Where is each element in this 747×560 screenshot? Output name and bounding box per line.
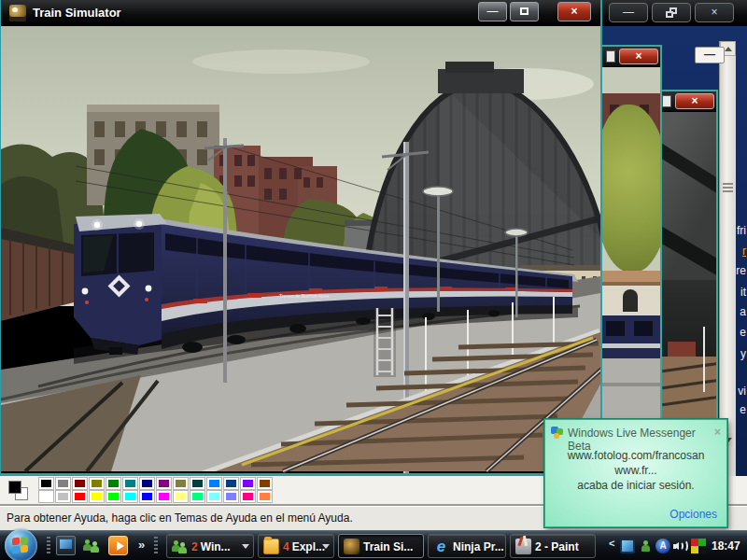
chevron-down-icon[interactable] [242, 544, 249, 549]
palette-color[interactable] [56, 491, 70, 502]
media-player-icon[interactable] [108, 536, 128, 555]
palette-color[interactable] [90, 491, 104, 502]
palette-color[interactable] [157, 491, 171, 502]
palette-color[interactable] [174, 478, 188, 489]
close-icon: × [691, 94, 698, 107]
messenger-quicklaunch-icon[interactable] [82, 536, 102, 555]
network-tray-icon[interactable] [620, 539, 635, 553]
palette-color[interactable] [241, 478, 255, 489]
train-simulator-icon [9, 5, 26, 21]
button-label: Train Si... [363, 540, 413, 553]
cascade-window-b[interactable]: × [660, 90, 718, 420]
palette-color[interactable] [207, 491, 221, 502]
windows-logo-icon [12, 537, 29, 553]
desktop: — × frirreitaeyvie — × [0, 0, 747, 560]
close-icon[interactable]: × [714, 426, 721, 439]
quick-launch-grip[interactable] [47, 537, 50, 555]
minimize-icon: — [623, 6, 634, 19]
palette-color[interactable] [241, 491, 255, 502]
paint-color-selector[interactable] [7, 479, 31, 503]
taskbar-button-paint[interactable]: 2 - Paint [510, 534, 596, 558]
cascade-window-a[interactable]: × [600, 45, 662, 427]
close-button[interactable]: × [619, 49, 658, 64]
palette-color[interactable] [157, 478, 171, 489]
palette-color[interactable] [106, 478, 120, 489]
palette-color[interactable] [224, 478, 238, 489]
foreground-color-swatch[interactable] [8, 481, 21, 494]
button-label: Expl... [292, 540, 325, 553]
page-text-fragment: a [740, 305, 746, 318]
minimize-icon: — [487, 5, 499, 18]
taskbar-button-explorer-group[interactable]: 4Expl... [258, 534, 334, 558]
palette-color[interactable] [106, 491, 120, 502]
taskbar-button-browser[interactable]: e Ninja Pr... [428, 534, 506, 558]
palette-color[interactable] [73, 478, 87, 489]
palette-color[interactable] [123, 478, 137, 489]
scrollbar-thumb[interactable] [723, 183, 733, 192]
palette-color[interactable] [123, 491, 137, 502]
palette-color[interactable] [258, 478, 272, 489]
train-simulator-window: Train Simulator — × [0, 0, 602, 476]
palette-color[interactable] [73, 491, 87, 502]
show-desktop-icon[interactable] [56, 536, 76, 555]
folder-icon [263, 539, 279, 554]
options-link[interactable]: Opciones [669, 508, 717, 521]
behind-close-button[interactable]: × [695, 3, 734, 22]
behind-restore-button[interactable] [652, 3, 691, 22]
cascade-b-titlebar[interactable]: × [662, 91, 716, 112]
maximize-button[interactable] [510, 2, 539, 21]
behind-minimize-button[interactable]: — [609, 3, 648, 22]
quick-launch-overflow-chevron[interactable]: » [138, 538, 145, 552]
cascade-a-scene [602, 67, 660, 427]
taskbar: » 2Win... 4Expl... Train Si... e Ninja P… [0, 530, 747, 560]
app-grid-tray-icon[interactable] [691, 539, 706, 553]
taskbar-button-train-simulator[interactable]: Train Si... [338, 534, 424, 558]
palette-color[interactable] [56, 478, 70, 489]
page-text-fragment: vi [738, 385, 746, 398]
popup-line2[interactable]: www.fr... [545, 463, 726, 478]
palette-color[interactable] [224, 491, 238, 502]
palette-color[interactable] [258, 491, 272, 502]
paint-icon [515, 539, 531, 554]
palette-color[interactable] [190, 478, 204, 489]
hidden-window-minimize-fragment[interactable]: — [695, 47, 725, 63]
ladder [374, 306, 396, 377]
messenger-popup[interactable]: Windows Live Messenger Beta × www.fotolo… [544, 419, 727, 527]
close-button[interactable]: × [675, 93, 714, 109]
button-fragment [662, 95, 671, 107]
close-button[interactable]: × [557, 2, 591, 21]
palette-color[interactable] [39, 478, 53, 489]
page-text-fragment: y [740, 347, 746, 360]
chevron-down-icon[interactable] [322, 544, 330, 549]
palette-color[interactable] [174, 491, 188, 502]
ares-tray-icon[interactable]: A [655, 539, 670, 553]
start-button[interactable] [5, 529, 37, 560]
internet-explorer-icon: e [433, 539, 449, 554]
page-text-fragment: e [740, 403, 746, 416]
taskbar-clock[interactable]: 18:47 [712, 539, 740, 553]
volume-tray-icon[interactable] [673, 539, 688, 553]
minimize-button[interactable]: — [478, 2, 507, 21]
window-title: Train Simulator [33, 6, 121, 20]
background-page-fragments: frirreitaeyvie [734, 0, 747, 523]
title-bar[interactable]: Train Simulator — × [1, 0, 600, 26]
palette-color[interactable] [90, 478, 104, 489]
tray-collapse-chevron[interactable]: < [609, 538, 614, 549]
taskband-grip[interactable] [154, 537, 158, 555]
scene: Trenes de Buenos Aires [1, 26, 600, 473]
page-text-fragment: e [740, 326, 746, 339]
restore-icon [666, 7, 677, 18]
train-side-text: Trenes de Buenos Aires [279, 293, 330, 299]
paint-palette [37, 477, 273, 503]
palette-color[interactable] [140, 478, 154, 489]
simulator-viewport[interactable]: Trenes de Buenos Aires [1, 26, 600, 473]
palette-color[interactable] [140, 491, 154, 502]
palette-color[interactable] [207, 478, 221, 489]
messenger-status-tray-icon[interactable] [639, 539, 654, 553]
button-fragment [606, 50, 615, 63]
taskbar-button-messenger-group[interactable]: 2Win... [166, 534, 254, 558]
popup-line1[interactable]: www.fotolog.com/francosan [545, 448, 726, 463]
cascade-a-titlebar[interactable]: × [602, 47, 660, 67]
palette-color[interactable] [39, 491, 53, 502]
palette-color[interactable] [190, 491, 204, 502]
